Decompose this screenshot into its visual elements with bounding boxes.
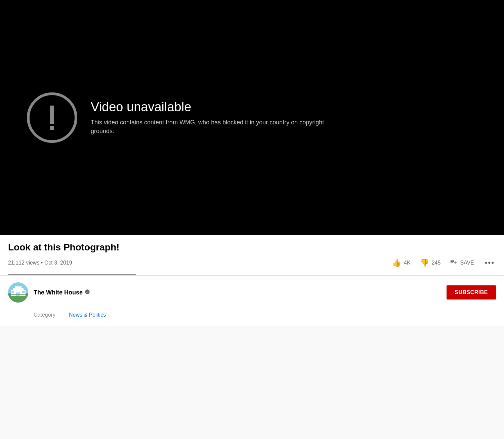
save-icon [450,258,457,268]
view-count: 21,112 views [8,260,39,266]
svg-rect-4 [15,286,22,289]
video-info-section: Look at this Photograph! 21,112 views • … [0,235,504,276]
channel-name-row: The White House [34,289,90,296]
like-button[interactable]: 👍 4K [392,257,411,269]
publish-date: Oct 3, 2019 [44,260,72,266]
like-count: 4K [404,260,411,266]
video-actions: 👍 4K 👎 245 SAVE ••• [392,257,496,269]
exclamation-icon [50,106,54,130]
error-description: This video contains content from WMG, wh… [91,118,326,135]
white-house-avatar-image [8,282,28,303]
save-label: SAVE [460,260,474,266]
dislike-count: 245 [432,260,441,266]
error-icon [27,92,77,143]
category-section: Category News & Politics [0,309,504,326]
error-message: Video unavailable This video contains co… [91,100,326,135]
thumbs-up-icon: 👍 [392,258,401,267]
video-stats: 21,112 views • Oct 3, 2019 [8,260,72,266]
subscribe-button[interactable]: SUBSCRIBE [447,285,496,300]
channel-details: The White House [34,289,90,296]
thumbs-down-icon: 👎 [420,258,429,267]
channel-name[interactable]: The White House [34,289,83,296]
progress-bar [8,274,136,275]
svg-rect-5 [16,292,20,296]
category-value[interactable]: News & Politics [69,312,106,318]
video-title: Look at this Photograph! [8,242,496,253]
more-icon: ••• [485,258,495,267]
channel-avatar[interactable] [8,282,28,303]
svg-rect-6 [11,291,14,293]
svg-rect-7 [22,291,25,293]
category-label: Category [34,312,55,318]
svg-rect-8 [8,294,28,295]
separator: • [41,260,43,266]
video-player: Video unavailable This video contains co… [0,0,504,235]
video-meta-row: 21,112 views • Oct 3, 2019 👍 4K 👎 245 SA… [8,257,496,274]
dislike-button[interactable]: 👎 245 [420,257,441,269]
more-options-button[interactable]: ••• [484,258,496,267]
verified-icon [85,289,90,296]
channel-section: The White House SUBSCRIBE [0,276,504,309]
save-button[interactable]: SAVE [450,257,474,269]
channel-info: The White House [8,282,90,303]
error-title: Video unavailable [91,100,326,114]
